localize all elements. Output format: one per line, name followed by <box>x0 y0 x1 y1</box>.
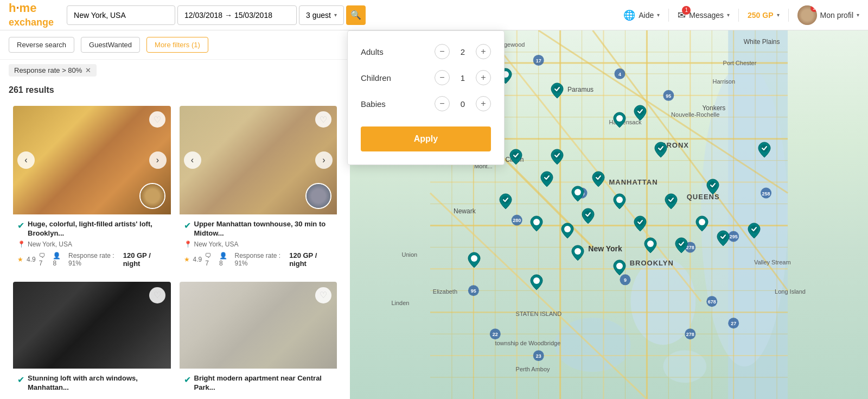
verified-icon: ✔ <box>184 375 191 385</box>
listings-grid: ‹ › ♡ ✔ Huge, colorful, light-filled art… <box>0 102 350 399</box>
map-pin[interactable] <box>612 193 627 210</box>
reverse-search-button[interactable]: Reverse search <box>9 37 74 53</box>
card-prev-button[interactable]: ‹ <box>184 151 201 169</box>
svg-point-3 <box>555 318 631 372</box>
card-body: ✔ Upper Manhattan townhouse, 30 min to M… <box>180 214 337 273</box>
listing-card[interactable]: ♡ ✔ Bright modern apartment near Central… <box>180 282 337 399</box>
map-pin[interactable] <box>550 82 564 99</box>
filter-bar: Reverse search GuestWanted More filters … <box>0 30 350 60</box>
svg-text:258: 258 <box>762 191 770 197</box>
map-pin[interactable] <box>591 170 605 188</box>
map-pin[interactable] <box>540 170 554 188</box>
map-pin[interactable] <box>509 148 523 166</box>
results-count: 261 results <box>0 81 350 102</box>
svg-text:678: 678 <box>708 299 716 305</box>
card-next-button[interactable]: › <box>149 151 167 169</box>
map-pin[interactable] <box>674 237 688 254</box>
card-body: ✔ Huge, colorful, light-filled artists' … <box>13 214 171 273</box>
map-pin[interactable] <box>716 230 730 247</box>
listing-card[interactable]: ‹ › ♡ ✔ Huge, colorful, light-filled art… <box>13 106 171 273</box>
svg-text:95: 95 <box>471 288 476 294</box>
map-pin[interactable] <box>643 237 658 254</box>
favorite-button[interactable]: ♡ <box>315 111 331 128</box>
guests-count: 👤 8 <box>219 252 231 267</box>
listing-card[interactable]: ‹ › ♡ ✔ Upper Manhattan townhouse, 30 mi… <box>180 106 337 273</box>
map-pin[interactable] <box>695 215 709 232</box>
location-input[interactable] <box>67 5 175 25</box>
remove-filter-button[interactable]: ✕ <box>85 66 91 74</box>
svg-text:278: 278 <box>686 332 694 337</box>
map-pin[interactable] <box>633 215 647 232</box>
children-controls: − 1 + <box>435 70 491 85</box>
favorite-button[interactable]: ♡ <box>149 111 165 128</box>
map-pin[interactable] <box>581 207 595 225</box>
babies-decrement-button[interactable]: − <box>435 96 450 111</box>
svg-point-97 <box>533 277 540 284</box>
apply-button[interactable]: Apply <box>361 126 491 151</box>
map-pin[interactable] <box>529 215 544 232</box>
svg-point-90 <box>616 197 623 203</box>
card-next-button[interactable]: › <box>315 151 333 169</box>
more-filters-button[interactable]: More filters (1) <box>146 37 208 53</box>
gp-nav-item[interactable]: 250 GP ▾ <box>748 11 779 20</box>
guest-dropdown: Adults − 2 + Children − 1 + Babies − 0 + <box>347 30 505 165</box>
adults-decrement-button[interactable]: − <box>435 44 450 59</box>
favorite-button[interactable]: ♡ <box>149 287 165 303</box>
star-icon: ★ <box>17 256 23 263</box>
children-increment-button[interactable]: + <box>476 70 491 85</box>
location-pin-icon: 📍 <box>17 240 25 248</box>
map-pin[interactable] <box>560 222 575 239</box>
favorite-button[interactable]: ♡ <box>315 287 331 303</box>
svg-text:4: 4 <box>618 72 621 77</box>
avatar: 1 <box>797 5 817 25</box>
map-pin[interactable] <box>664 193 678 210</box>
profile-badge: 1 <box>810 5 817 12</box>
svg-text:95: 95 <box>666 93 671 99</box>
card-image-2: ‹ › ♡ <box>180 106 337 214</box>
compass-icon: 🌐 <box>623 9 635 21</box>
map-pin[interactable] <box>706 178 720 195</box>
messages-nav-item[interactable]: ✉ 1 Messages ▾ <box>678 9 730 21</box>
babies-increment-button[interactable]: + <box>476 96 491 111</box>
profile-chevron-icon: ▾ <box>857 12 859 18</box>
guest-wanted-button[interactable]: GuestWanted <box>81 37 140 53</box>
map-pin[interactable] <box>757 141 771 159</box>
babies-row: Babies − 0 + <box>361 96 491 111</box>
svg-point-4 <box>663 350 706 383</box>
map-pin[interactable] <box>467 251 481 269</box>
adults-row: Adults − 2 + <box>361 44 491 59</box>
card-prev-button[interactable]: ‹ <box>17 151 35 169</box>
svg-point-93 <box>616 263 623 269</box>
map-pin[interactable] <box>529 274 544 291</box>
search-button[interactable]: 🔍 <box>346 5 366 25</box>
card-body: ✔ Stunning loft with arch windows, Manha… <box>13 369 171 399</box>
listing-card[interactable]: ♡ ✔ Stunning loft with arch windows, Man… <box>13 282 171 399</box>
children-decrement-button[interactable]: − <box>435 70 450 85</box>
map-pin[interactable] <box>654 141 668 159</box>
card-price: 120 GP / night <box>123 251 167 268</box>
messages-badge: 1 <box>682 6 691 15</box>
dates-input[interactable] <box>177 5 297 25</box>
map-pin[interactable] <box>612 259 627 276</box>
adults-increment-button[interactable]: + <box>476 44 491 59</box>
map-pin[interactable] <box>633 104 647 122</box>
logo[interactable]: h·me exchange <box>9 2 54 28</box>
profile-nav-item[interactable]: 1 Mon profil ▾ <box>797 5 859 25</box>
guests-count: 👤 8 <box>53 252 65 267</box>
aide-nav-item[interactable]: 🌐 Aide ▾ <box>623 9 660 21</box>
reviews-count: 🗨 7 <box>39 252 50 267</box>
card-title: Stunning loft with arch windows, Manhatt… <box>28 374 167 392</box>
svg-point-98 <box>699 219 705 225</box>
map-pin[interactable] <box>571 244 585 262</box>
content: Reverse search GuestWanted More filters … <box>0 30 868 399</box>
map-pin[interactable] <box>571 185 585 202</box>
svg-point-94 <box>647 240 654 247</box>
guests-button[interactable]: 3 guest ▾ <box>299 5 344 25</box>
map-pin[interactable] <box>612 111 627 129</box>
verified-icon: ✔ <box>17 220 24 231</box>
map-pin[interactable] <box>747 222 761 239</box>
search-bar: 3 guest ▾ 🔍 <box>67 5 366 25</box>
map-pin[interactable] <box>499 193 513 210</box>
map-pin[interactable] <box>550 148 564 166</box>
children-label: Children <box>361 73 391 83</box>
